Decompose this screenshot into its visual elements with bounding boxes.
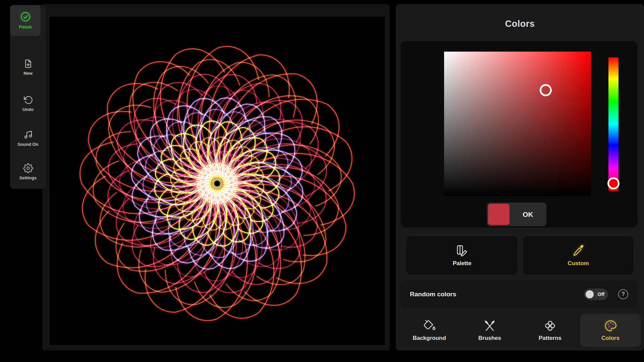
ok-label: OK bbox=[509, 210, 546, 219]
gear-icon bbox=[23, 163, 33, 173]
drawing-canvas[interactable] bbox=[49, 16, 385, 345]
finish-button[interactable]: Finish bbox=[10, 5, 41, 36]
swatch-card-icon bbox=[455, 244, 469, 257]
random-colors-label: Random colors bbox=[410, 291, 574, 298]
toggle-state-label: Off bbox=[598, 292, 604, 297]
settings-label: Settings bbox=[19, 175, 37, 180]
app-window: Finish New Undo Sound On Settings bbox=[0, 0, 644, 362]
tab-background[interactable]: Background bbox=[399, 314, 460, 347]
crossed-brushes-icon bbox=[483, 319, 496, 333]
flower-icon bbox=[543, 319, 557, 333]
new-label: New bbox=[23, 71, 33, 76]
check-circle-icon bbox=[20, 11, 31, 22]
tab-background-label: Background bbox=[413, 335, 446, 342]
canvas-area bbox=[42, 4, 390, 351]
undo-label: Undo bbox=[22, 107, 34, 112]
undo-icon bbox=[23, 95, 33, 105]
custom-label: Custom bbox=[568, 260, 589, 267]
panel-title: Colors bbox=[396, 19, 644, 29]
colors-panel: Colors OK Palette Custom Random colors bbox=[396, 4, 644, 351]
painter-palette-icon bbox=[604, 319, 617, 333]
sound-label: Sound On bbox=[17, 142, 38, 147]
random-colors-toggle[interactable]: Off bbox=[584, 289, 608, 300]
color-picker: OK bbox=[400, 41, 638, 228]
finish-label: Finish bbox=[19, 24, 32, 29]
custom-mode-button[interactable]: Custom bbox=[523, 236, 634, 275]
hue-slider[interactable] bbox=[608, 57, 619, 191]
left-toolbar: Finish New Undo Sound On Settings bbox=[10, 5, 46, 189]
help-button[interactable]: ? bbox=[618, 289, 628, 299]
file-plus-icon bbox=[23, 59, 33, 69]
palette-mode-button[interactable]: Palette bbox=[406, 236, 518, 275]
tab-colors-label: Colors bbox=[601, 335, 620, 342]
tab-patterns-label: Patterns bbox=[539, 335, 561, 342]
paint-bucket-icon bbox=[423, 319, 436, 333]
tab-patterns[interactable]: Patterns bbox=[520, 314, 580, 347]
sound-toggle-button[interactable]: Sound On bbox=[10, 130, 46, 147]
toggle-knob-icon bbox=[586, 290, 594, 298]
question-icon: ? bbox=[622, 291, 625, 298]
settings-button[interactable]: Settings bbox=[10, 163, 46, 180]
tab-brushes-label: Brushes bbox=[478, 335, 501, 342]
ok-button[interactable]: OK bbox=[487, 202, 546, 226]
tab-colors[interactable]: Colors bbox=[580, 314, 641, 347]
palette-label: Palette bbox=[453, 260, 472, 267]
selected-color-swatch bbox=[488, 204, 509, 225]
random-colors-row: Random colors Off ? bbox=[400, 281, 638, 308]
undo-button[interactable]: Undo bbox=[10, 95, 46, 112]
music-notes-icon bbox=[23, 130, 33, 140]
eyedropper-icon bbox=[572, 244, 585, 257]
bottom-tabbar: Background Brushes Patterns Colors bbox=[399, 314, 641, 347]
tab-brushes[interactable]: Brushes bbox=[460, 314, 520, 347]
saturation-value-square[interactable] bbox=[444, 52, 591, 196]
drawing-canvas-frame bbox=[49, 16, 385, 346]
hue-selector-ring[interactable] bbox=[607, 177, 620, 189]
sv-selector-ring[interactable] bbox=[540, 84, 552, 96]
new-button[interactable]: New bbox=[10, 59, 46, 76]
